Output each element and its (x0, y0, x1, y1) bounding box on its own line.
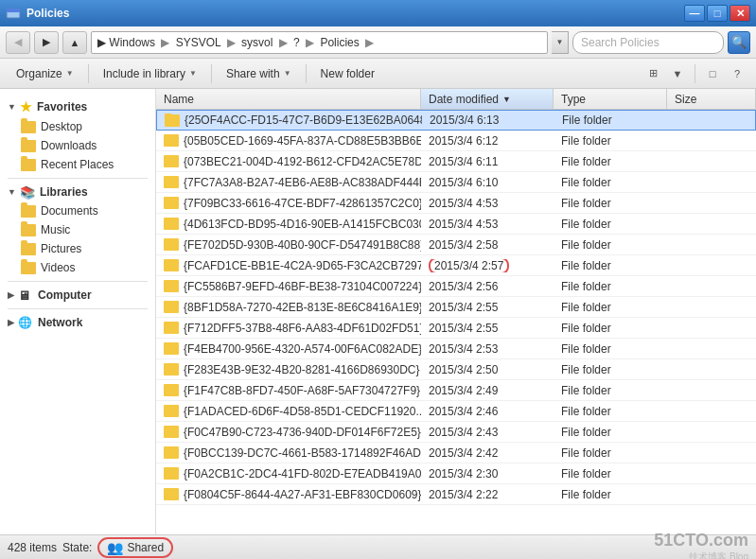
folder-icon (164, 280, 179, 292)
file-date: 2015/3/4 4:53 (429, 197, 498, 210)
file-name-cell: {F4EB4700-956E-4320-A574-00F6AC082ADE} (156, 342, 421, 356)
forward-button[interactable]: ▶ (34, 31, 59, 54)
view-large-button[interactable]: □ (701, 62, 724, 85)
crumb-q[interactable]: ? (293, 36, 300, 49)
file-name: {4D613FCD-BD95-4D16-90EB-A1415FCBC030} (184, 218, 421, 231)
file-date-cell: 2015/3/4 6:12 (421, 134, 554, 148)
favorites-header[interactable]: ▼ ★ Favorites (0, 96, 155, 117)
crumb-windows[interactable]: ▶ Windows (97, 36, 155, 49)
folder-icon (164, 197, 179, 209)
crumb-policies[interactable]: Policies (320, 36, 359, 49)
file-rows: {25OF4ACC-FD15-47C7-B6D9-E13E62BA0648} 2… (156, 110, 756, 534)
address-dropdown[interactable]: ▼ (552, 31, 569, 54)
file-name: {F0BCC139-DC7C-4661-B583-1714892F46AD} (184, 446, 421, 460)
network-header[interactable]: ▶ 🌐 Network (0, 313, 155, 332)
maximize-button[interactable]: □ (707, 5, 728, 22)
search-placeholder: Search Policies (581, 36, 659, 49)
table-row[interactable]: {F0C47B90-C723-4736-940D-DF014F6F72E5} 2… (156, 422, 756, 443)
desktop-label: Desktop (41, 120, 82, 133)
col-header-name[interactable]: Name (156, 89, 421, 109)
share-arrow: ▼ (284, 69, 291, 78)
close-button[interactable]: ✕ (730, 5, 750, 22)
folder-icon (164, 467, 179, 480)
downloads-label: Downloads (41, 139, 97, 152)
libraries-icon: 📚 (20, 185, 35, 199)
table-row[interactable]: {F1ADACED-6D6F-4D58-85D1-CEDCF11920... 2… (156, 401, 756, 422)
file-date: 2015/3/4 2:46 (429, 405, 498, 418)
table-row[interactable]: {8BF1D58A-7270-42EB-813E-8E6C8416A1E9} 2… (156, 297, 756, 318)
view-details-button[interactable]: ⊞ (642, 62, 664, 85)
table-row[interactable]: {F0804C5F-8644-4A27-AF31-EBF830CD0609} 2… (156, 484, 756, 505)
file-name: {F1ADACED-6D6F-4D58-85D1-CEDCF11920... (184, 405, 421, 418)
sidebar: ▼ ★ Favorites Desktop Downloads Recent P… (0, 89, 156, 534)
file-name-cell: {FC5586B7-9EFD-46BF-BE38-73104C007224} (156, 280, 421, 293)
col-header-size[interactable]: Size (667, 89, 756, 109)
folder-icon (164, 426, 179, 438)
table-row[interactable]: {F0A2CB1C-2DC4-41FD-802D-E7EADB419A09} 2… (156, 463, 756, 484)
crumb-sysvol2[interactable]: sysvol (241, 36, 273, 49)
address-box[interactable]: ▶ Windows ▶ SYSVOL ▶ sysvol ▶ ? ▶ Polici… (91, 31, 548, 54)
sidebar-item-downloads[interactable]: Downloads (0, 136, 155, 155)
back-button[interactable]: ◀ (6, 31, 30, 54)
file-date: 2015/3/4 2:43 (429, 426, 498, 439)
view-list-button[interactable]: ▼ (666, 62, 689, 85)
sidebar-item-recent-places[interactable]: Recent Places (0, 155, 155, 174)
file-type: File folder (561, 384, 611, 397)
table-row[interactable]: {FC5586B7-9EFD-46BF-BE38-73104C007224} 2… (156, 276, 756, 297)
sidebar-item-pictures[interactable]: Pictures (0, 239, 155, 258)
up-button[interactable]: ▲ (62, 31, 87, 54)
libraries-section: ▼ 📚 Libraries Documents Music Pictures V… (0, 183, 155, 277)
sidebar-item-videos[interactable]: Videos (0, 258, 155, 277)
watermark: 51CTO.com 技术博客 Blog (654, 531, 748, 559)
help-button[interactable]: ? (726, 62, 748, 85)
libraries-header[interactable]: ▼ 📚 Libraries (0, 183, 155, 201)
table-row[interactable]: {FCAFD1CE-BB1E-4C2A-9D65-F3CA2CB72976} 2… (156, 255, 756, 276)
favorites-label: Favorites (37, 100, 87, 114)
share-with-button[interactable]: Share with ▼ (218, 61, 300, 86)
sidebar-divider-1 (8, 178, 148, 179)
table-row[interactable]: {FE702D5D-930B-40B0-90CF-D547491B8C88} 2… (156, 235, 756, 255)
search-button[interactable]: 🔍 (728, 31, 750, 54)
file-date: 2015/3/4 6:12 (429, 134, 498, 148)
network-arrow: ▶ (8, 318, 14, 327)
table-row[interactable]: {F0BCC139-DC7C-4661-B583-1714892F46AD} 2… (156, 443, 756, 463)
toolbar: Organize ▼ Include in library ▼ Share wi… (0, 59, 756, 89)
table-row[interactable]: {4D613FCD-BD95-4D16-90EB-A1415FCBC030} 2… (156, 214, 756, 235)
file-date-cell: 2015/3/4 6:13 (422, 114, 554, 127)
new-folder-button[interactable]: New folder (312, 61, 383, 86)
table-row[interactable]: {073BEC21-004D-4192-B612-CFD42AC5E78D} 2… (156, 151, 756, 172)
folder-icon (164, 176, 179, 188)
toolbar-separator-2 (211, 64, 212, 83)
table-row[interactable]: {F1F47C8B-8FD7-450F-A68F-5AF7304727F9} 2… (156, 380, 756, 401)
file-name: {F1F47C8B-8FD7-450F-A68F-5AF7304727F9} (184, 384, 420, 397)
crumb-sysvol[interactable]: SYSVOL (176, 36, 221, 49)
file-type: File folder (561, 155, 611, 168)
file-type-cell: File folder (554, 197, 667, 210)
table-row[interactable]: {F283E43B-9E32-4B20-8281-4166D86930DC} 2… (156, 359, 756, 380)
sidebar-item-documents[interactable]: Documents (0, 201, 155, 220)
sidebar-item-music[interactable]: Music (0, 220, 155, 239)
file-date: 2015/3/4 2:55 (429, 322, 498, 335)
file-date: 2015/3/4 2:50 (429, 363, 498, 376)
titlebar: Policies — □ ✕ (0, 0, 756, 26)
sidebar-item-desktop[interactable]: Desktop (0, 117, 155, 136)
computer-header[interactable]: ▶ 🖥 Computer (0, 286, 155, 305)
file-type: File folder (562, 114, 612, 127)
shared-label: Shared (127, 541, 164, 554)
organize-button[interactable]: Organize ▼ (8, 61, 82, 86)
table-row[interactable]: {7F09BC33-6616-47CE-BDF7-42861357C2C0} 2… (156, 193, 756, 214)
table-row[interactable]: {05B05CED-1669-45FA-837A-CD88E5B3BB6E} 2… (156, 131, 756, 151)
table-row[interactable]: {F712DFF5-37B8-48F6-AA83-4DF61D02FD51} 2… (156, 318, 756, 339)
table-row[interactable]: {7FC7A3A8-B2A7-4EB6-AE8B-AC838ADF444B} 2… (156, 172, 756, 193)
col-header-type[interactable]: Type (554, 89, 667, 109)
file-type-cell: File folder (554, 155, 667, 168)
table-row[interactable]: {25OF4ACC-FD15-47C7-B6D9-E13E62BA0648} 2… (156, 110, 756, 131)
search-box[interactable]: Search Policies (572, 31, 724, 54)
file-date: 2015/3/4 2:30 (429, 467, 498, 480)
folder-icon (164, 134, 179, 147)
minimize-button[interactable]: — (684, 5, 705, 22)
include-in-library-button[interactable]: Include in library ▼ (95, 61, 205, 86)
col-header-date[interactable]: Date modified ▼ (421, 89, 554, 109)
folder-icon (164, 238, 179, 251)
table-row[interactable]: {F4EB4700-956E-4320-A574-00F6AC082ADE} 2… (156, 339, 756, 359)
